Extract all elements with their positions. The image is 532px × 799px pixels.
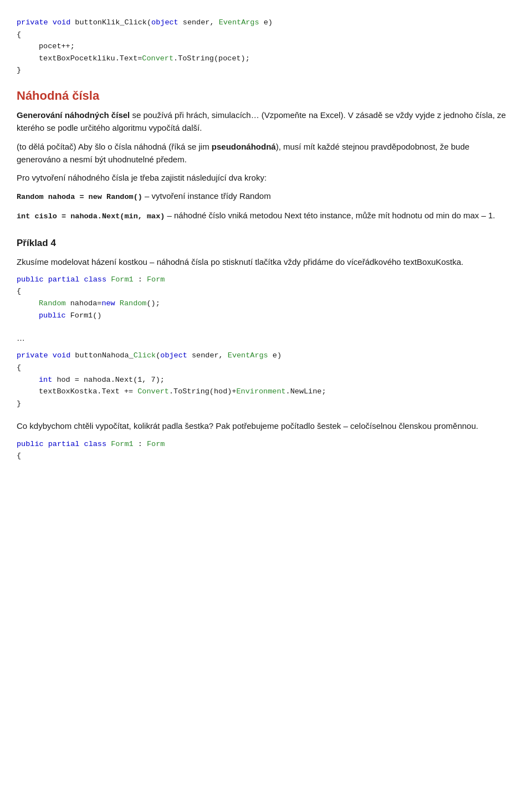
- code-line-4: textBoxPocetkliku.Text=Convert.ToString(…: [17, 53, 515, 65]
- para-int-cislo: int cislo = nahoda.Next(min, max) – náho…: [17, 209, 515, 223]
- code-line-2: {: [17, 29, 515, 41]
- btn-nahoda-line4: textBoxKostka.Text += Convert.ToString(h…: [17, 386, 515, 398]
- priklad4-code-block-1: public partial class Form1 : Form { Rand…: [17, 274, 515, 321]
- btn-nahoda-line1: private void buttonNahoda_Click(object s…: [17, 350, 515, 362]
- priklad4-description: Zkusíme modelovat házení kostkou – náhod…: [17, 255, 515, 268]
- para1-bold: Generování náhodných čísel: [17, 110, 130, 120]
- code-form1-line3: Random nahoda=new Random();: [17, 298, 515, 310]
- section-priklad4: Příklad 4 Zkusíme modelovat házení kostk…: [17, 236, 515, 462]
- int-cislo-rest: – náhodné číslo vniká metodou Next této …: [167, 211, 495, 220]
- para2-bracket: (to dělá počítač): [17, 142, 76, 151]
- code-bottom-line2: {: [17, 450, 515, 462]
- para-nahodna-3: Pro vytvoření náhodného čísla je třeba z…: [17, 171, 515, 184]
- code-form1-line1: public partial class Form1 : Form: [17, 274, 515, 286]
- top-code-block: private void buttonKlik_Click(object sen…: [17, 17, 515, 76]
- code-line-3: pocet++;: [17, 40, 515, 53]
- code-form1-line4: public Form1(): [17, 310, 515, 322]
- para2-bold: pseudonáhodná: [212, 142, 276, 151]
- btn-nahoda-line5: }: [17, 398, 515, 410]
- code-bottom-line1: public partial class Form1 : Form: [17, 438, 515, 450]
- priklad4-code-block-3: public partial class Form1 : Form {: [17, 438, 515, 462]
- keyword-void: void: [53, 18, 70, 27]
- para-random-nahoda: Random nahoda = new Random() – vytvoření…: [17, 189, 515, 203]
- random-nahoda-bold: Random nahoda = new Random(): [17, 193, 142, 201]
- para-nahodna-1: Generování náhodných čísel se používá př…: [17, 109, 515, 135]
- para-nahodna-2: (to dělá počítač) Aby šlo o čísla náhodn…: [17, 140, 515, 166]
- random-nahoda-rest: – vytvoření instance třídy Random: [145, 191, 271, 201]
- int-cislo-bold: int cislo = nahoda.Next(min, max): [17, 212, 165, 221]
- priklad4-code-block-2: private void buttonNahoda_Click(object s…: [17, 350, 515, 409]
- code-line-1: private void buttonKlik_Click(object sen…: [17, 17, 515, 29]
- btn-nahoda-line3: int hod = nahoda.Next(1, 7);: [17, 374, 515, 386]
- para2-rest: Aby šlo o čísla náhodná (říká se jim: [78, 142, 212, 151]
- example-heading-4: Příklad 4: [17, 236, 515, 250]
- ellipsis-separator: …: [17, 331, 515, 344]
- keyword-private: private: [17, 18, 48, 27]
- code-form1-line2: {: [17, 285, 515, 298]
- para-after-code: Co kdybychom chtěli vypočítat, kolikrát …: [17, 419, 515, 432]
- code-line-5: }: [17, 64, 515, 76]
- section-heading-nahodna: Náhodná čísla: [17, 86, 515, 105]
- section-nahodna-cisla: Náhodná čísla Generování náhodných čísel…: [17, 86, 515, 223]
- btn-nahoda-line2: {: [17, 362, 515, 374]
